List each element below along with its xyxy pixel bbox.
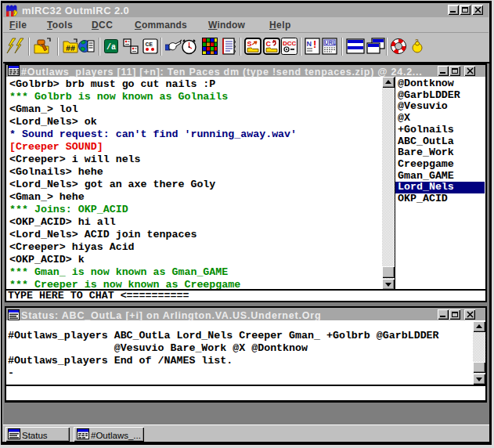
svg-text:S: S bbox=[247, 40, 252, 48]
svg-text:URL: URL bbox=[325, 40, 337, 45]
svg-text:##: ## bbox=[66, 45, 75, 53]
svg-text:C: C bbox=[266, 40, 272, 48]
svg-text:!: ! bbox=[313, 38, 316, 50]
svg-text:N: N bbox=[307, 40, 312, 48]
svg-text:/a: /a bbox=[106, 43, 116, 52]
svg-text:DCC: DCC bbox=[283, 40, 297, 47]
svg-text:CE: CE bbox=[145, 41, 153, 48]
